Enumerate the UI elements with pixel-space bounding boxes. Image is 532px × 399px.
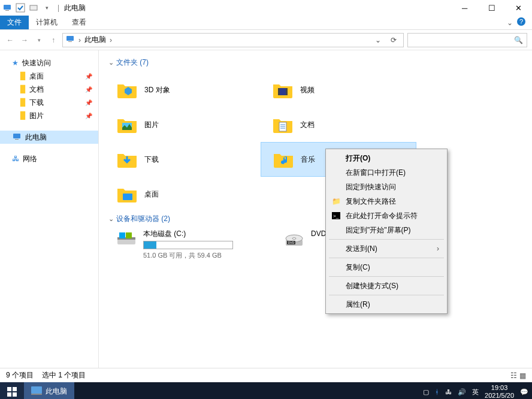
svg-rect-32 xyxy=(7,392,11,397)
sidebar: ★ 快速访问 ▉桌面📌 ▉文档📌 ▉下载📌 ▉图片📌 此电脑 🖧网络 xyxy=(0,50,99,368)
sidebar-item-thispc[interactable]: 此电脑 xyxy=(0,131,98,144)
taskbar-app-explorer[interactable]: 此电脑 xyxy=(24,382,74,399)
tab-view[interactable]: 查看 xyxy=(65,16,93,29)
star-icon: ★ xyxy=(12,59,19,67)
cm-open-cmd[interactable]: >_在此处打开命令提示符 xyxy=(328,208,445,223)
folder-label: 音乐 xyxy=(301,155,315,165)
drive-c[interactable]: 本地磁盘 (C:) 51.0 GB 可用，共 59.4 GB xyxy=(105,229,261,260)
folder-icon: ▉ xyxy=(20,85,26,93)
tray-vm-icon[interactable]: ▢ xyxy=(423,388,429,396)
status-selected-count: 选中 1 个项目 xyxy=(42,370,86,380)
computer-icon xyxy=(2,3,12,13)
search-icon: 🔍 xyxy=(514,36,523,44)
clock-time: 19:03 xyxy=(485,384,514,392)
sidebar-item-label: 图片 xyxy=(29,111,44,121)
cm-label: 复制(C) xyxy=(346,262,370,273)
refresh-button[interactable]: ⟳ xyxy=(386,34,401,47)
tray-volume-icon[interactable]: 🔊 xyxy=(458,388,466,396)
folder-desktop[interactable]: 桌面 xyxy=(105,177,261,211)
svg-rect-33 xyxy=(13,392,17,397)
help-icon[interactable]: ? xyxy=(516,17,526,28)
tray-network-icon[interactable]: 🖧 xyxy=(445,388,452,395)
sidebar-item-documents[interactable]: ▉文档📌 xyxy=(0,83,98,96)
crumb-sep: › xyxy=(78,36,81,44)
clock-date: 2021/5/20 xyxy=(485,392,514,399)
section-devices-header[interactable]: 设备和驱动器 (2) xyxy=(108,214,526,224)
folder-label: 图片 xyxy=(144,120,159,130)
tab-file[interactable]: 文件 xyxy=(0,16,29,29)
cm-label: 复制文件夹路径 xyxy=(346,197,396,207)
folder-videos[interactable]: 视频 xyxy=(261,72,416,107)
folder-3dobjects[interactable]: 3D 对象 xyxy=(105,72,261,107)
forward-button[interactable]: → xyxy=(19,36,30,44)
cm-copy-path[interactable]: 📁复制文件夹路径 xyxy=(328,194,445,208)
svg-rect-34 xyxy=(31,386,42,394)
sidebar-quick-access[interactable]: ★ 快速访问 xyxy=(0,56,98,69)
svg-point-25 xyxy=(292,238,296,240)
folder-documents[interactable]: 文档 xyxy=(261,107,416,142)
status-item-count: 9 个项目 xyxy=(6,370,34,380)
statusbar: 9 个项目 选中 1 个项目 ☷ ▦ xyxy=(0,368,532,382)
window-controls: ─ ☐ ✕ xyxy=(451,0,532,16)
cm-separator xyxy=(329,295,444,295)
maximize-button[interactable]: ☐ xyxy=(478,0,505,16)
tray-notifications-icon[interactable]: 💬 xyxy=(520,388,528,396)
tray-ime[interactable]: 英 xyxy=(472,388,479,397)
section-folders-header[interactable]: 文件夹 (7) xyxy=(108,58,526,68)
svg-rect-18 xyxy=(123,194,132,200)
cm-copy[interactable]: 复制(C) xyxy=(328,260,445,274)
up-button[interactable]: ↑ xyxy=(48,36,59,44)
svg-rect-7 xyxy=(68,41,72,42)
taskbar: 此电脑 ▢ ᚼ 🖧 🔊 英 19:03 2021/5/20 💬 xyxy=(0,382,532,399)
svg-rect-21 xyxy=(119,232,125,238)
cm-open-new-window[interactable]: 在新窗口中打开(E) xyxy=(328,165,445,180)
titlebar-sep: | xyxy=(58,4,59,12)
folder-downloads[interactable]: 下载 xyxy=(105,142,261,177)
back-button[interactable]: ← xyxy=(5,36,16,44)
folder-pictures[interactable]: 图片 xyxy=(105,107,261,142)
pin-icon: 📌 xyxy=(85,73,92,80)
dropdown-icon[interactable] xyxy=(29,3,38,13)
sidebar-item-desktop[interactable]: ▉桌面📌 xyxy=(0,69,98,83)
system-tray: ▢ ᚼ 🖧 🔊 英 19:03 2021/5/20 💬 xyxy=(423,384,532,399)
sidebar-item-pictures[interactable]: ▉图片📌 xyxy=(0,109,98,122)
cm-open[interactable]: 打开(O) xyxy=(328,151,445,165)
cm-separator xyxy=(329,258,444,258)
ribbon-tabs: 文件 计算机 查看 ⌄ ? xyxy=(0,16,532,30)
close-button[interactable]: ✕ xyxy=(505,0,532,16)
ribbon-chevron-icon[interactable]: ⌄ xyxy=(507,19,513,27)
folder-label: 3D 对象 xyxy=(144,85,170,95)
check-icon[interactable] xyxy=(16,3,25,13)
sidebar-item-network[interactable]: 🖧网络 xyxy=(0,152,98,165)
address-bar[interactable]: › 此电脑 › ⌄ ⟳ xyxy=(62,33,404,47)
svg-rect-3 xyxy=(30,5,37,10)
cm-label: 固定到快速访问 xyxy=(346,182,396,192)
view-details-icon[interactable]: ☷ xyxy=(510,371,517,380)
search-input[interactable]: 🔍 xyxy=(407,33,527,47)
sidebar-item-label: 下载 xyxy=(29,98,44,108)
cm-send-to[interactable]: 发送到(N)› xyxy=(328,241,445,256)
tab-computer[interactable]: 计算机 xyxy=(29,16,65,29)
cm-properties[interactable]: 属性(R) xyxy=(328,297,445,312)
taskbar-clock[interactable]: 19:03 2021/5/20 xyxy=(485,384,514,399)
sidebar-item-downloads[interactable]: ▉下载📌 xyxy=(0,96,98,109)
svg-text:DVD: DVD xyxy=(288,241,295,244)
recent-chevron-icon[interactable]: ▾ xyxy=(34,37,44,43)
breadcrumb[interactable]: 此电脑 xyxy=(84,35,106,45)
cm-pin-quick-access[interactable]: 固定到快速访问 xyxy=(328,180,445,194)
view-large-icon[interactable]: ▦ xyxy=(519,371,526,380)
address-dropdown-icon[interactable]: ⌄ xyxy=(371,34,385,47)
svg-rect-11 xyxy=(278,88,280,95)
cm-create-shortcut[interactable]: 创建快捷方式(S) xyxy=(328,279,445,293)
minimize-button[interactable]: ─ xyxy=(451,0,478,16)
tray-bluetooth-icon[interactable]: ᚼ xyxy=(435,388,439,395)
cm-pin-start[interactable]: 固定到"开始"屏幕(P) xyxy=(328,223,445,237)
qat-chevron-icon[interactable]: ▾ xyxy=(42,3,52,13)
svg-text:?: ? xyxy=(519,18,523,25)
folder-label: 下载 xyxy=(144,155,159,165)
svg-rect-12 xyxy=(286,88,288,95)
cm-separator xyxy=(329,276,444,277)
svg-rect-9 xyxy=(15,139,19,140)
quick-access-toolbar: ▾ xyxy=(2,3,52,13)
start-button[interactable] xyxy=(0,382,24,399)
